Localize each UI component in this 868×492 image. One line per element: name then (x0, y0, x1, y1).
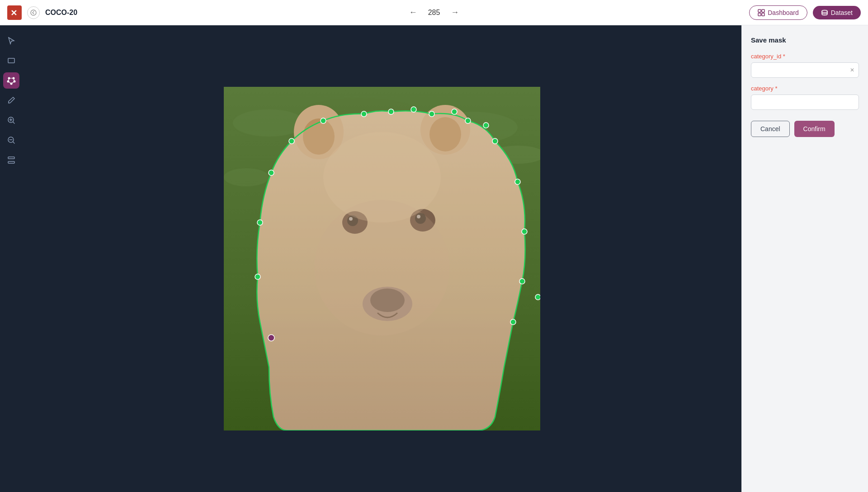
category-id-clear: ✕ (850, 67, 854, 73)
project-title: COCO-20 (45, 9, 77, 17)
svg-point-53 (388, 109, 394, 114)
svg-rect-3 (758, 9, 761, 12)
dashboard-button[interactable]: Dashboard (749, 5, 807, 20)
svg-point-24 (224, 168, 269, 186)
svg-point-7 (822, 10, 827, 12)
app-logo: ✕ (7, 5, 22, 20)
category-group: category * (751, 85, 859, 110)
svg-point-44 (522, 229, 527, 234)
svg-rect-5 (758, 13, 761, 16)
category-id-required: * (783, 53, 785, 60)
svg-point-42 (492, 138, 498, 144)
topbar-right: Dashboard Dataset (749, 5, 861, 20)
svg-rect-8 (8, 58, 14, 63)
next-frame-button[interactable]: → (447, 6, 462, 19)
panel-title: Save mask (751, 36, 859, 44)
zoom-out-tool[interactable] (3, 132, 19, 148)
prev-frame-button[interactable]: ← (406, 6, 421, 19)
category-required: * (775, 85, 778, 92)
dataset-button[interactable]: Dataset (813, 6, 861, 19)
svg-point-43 (515, 179, 520, 184)
svg-point-50 (269, 170, 274, 175)
category-id-group: category_id * ✕ (751, 53, 859, 78)
svg-point-57 (268, 335, 274, 341)
main-content: Save mask category_id * ✕ category * Can… (0, 25, 868, 492)
annotation-canvas[interactable] (224, 87, 540, 430)
confirm-button[interactable]: Confirm (794, 121, 835, 137)
svg-point-2 (31, 10, 36, 15)
rectangle-tool[interactable] (3, 52, 19, 69)
svg-rect-4 (762, 9, 764, 12)
svg-point-40 (429, 111, 434, 117)
svg-point-48 (255, 274, 260, 279)
dashboard-label: Dashboard (768, 9, 799, 16)
svg-text:✕: ✕ (10, 9, 17, 18)
svg-point-51 (289, 138, 294, 144)
svg-rect-18 (8, 157, 14, 159)
svg-point-55 (452, 109, 457, 114)
category-id-input[interactable] (751, 62, 859, 78)
back-button[interactable] (27, 6, 40, 19)
svg-point-47 (535, 294, 540, 300)
svg-point-39 (361, 111, 367, 117)
category-input[interactable] (751, 95, 859, 110)
layers-tool[interactable] (3, 152, 19, 168)
cancel-button[interactable]: Cancel (751, 121, 790, 137)
brush-tool[interactable] (3, 92, 19, 109)
svg-point-46 (510, 319, 516, 325)
zoom-in-tool[interactable] (3, 112, 19, 128)
dataset-label: Dataset (831, 9, 853, 16)
frame-number: 285 (428, 9, 440, 17)
category-label: category * (751, 85, 859, 92)
topbar-center: ← 285 → (406, 6, 463, 19)
svg-point-54 (411, 107, 416, 112)
svg-rect-17 (8, 161, 14, 163)
polygon-tool[interactable] (3, 72, 19, 89)
select-tool[interactable] (3, 33, 19, 49)
svg-point-49 (257, 220, 263, 225)
svg-point-56 (483, 123, 489, 128)
left-toolbar (0, 25, 23, 492)
form-actions: Cancel Confirm (751, 121, 859, 137)
canvas-area[interactable] (23, 25, 741, 492)
svg-point-52 (321, 118, 326, 123)
svg-point-41 (465, 118, 471, 123)
topbar: ✕ COCO-20 ← 285 → Dashboard (0, 0, 868, 25)
svg-point-45 (519, 279, 525, 284)
svg-rect-6 (762, 13, 764, 16)
right-panel: Save mask category_id * ✕ category * Can… (741, 25, 868, 492)
topbar-left: ✕ COCO-20 (7, 5, 749, 20)
category-id-label: category_id * (751, 53, 859, 60)
